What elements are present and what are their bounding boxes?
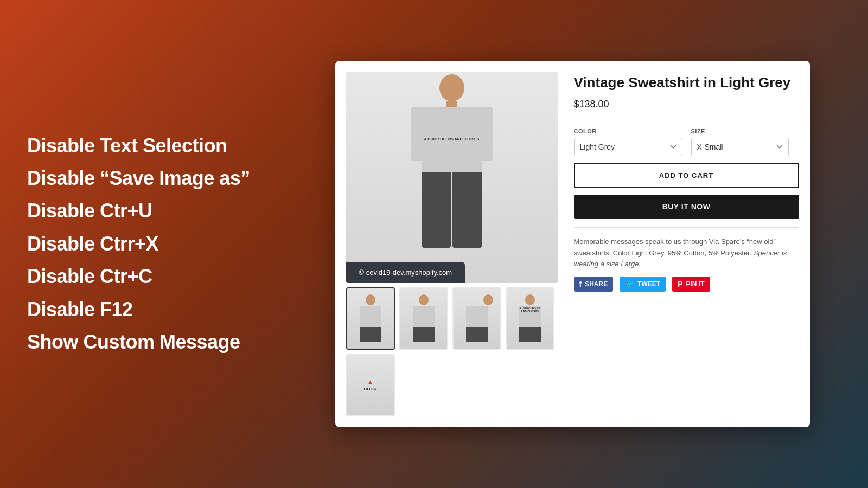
share-pinterest-button[interactable]: P PIN IT xyxy=(672,277,710,292)
divider-1 xyxy=(574,119,799,119)
figure-head xyxy=(439,74,464,101)
th-body-1 xyxy=(360,306,381,327)
color-label: COLOR xyxy=(574,128,682,134)
share-twitter-label: TWEET xyxy=(637,280,660,288)
social-share: f SHARE 🐦 TWEET P PIN IT xyxy=(574,277,799,292)
share-twitter-button[interactable]: 🐦 TWEET xyxy=(620,277,666,292)
thumbnail-row-2: ▲DOOR xyxy=(346,354,558,416)
copyright-overlay: © covid19-dev.myshopify.com xyxy=(346,262,465,283)
th-head-1 xyxy=(366,294,375,305)
main-image-inner: A DOOR OPENS AND CLOSES xyxy=(346,72,558,283)
thumb-fig-1 xyxy=(354,294,387,343)
th-pants-4 xyxy=(519,327,541,342)
thumb-3-inner xyxy=(454,288,500,349)
product-figure: A DOOR OPENS AND CLOSES xyxy=(403,74,501,280)
add-to-cart-button[interactable]: ADD TO CART xyxy=(574,163,799,188)
share-pinterest-label: PIN IT xyxy=(686,280,705,288)
feature-item: Disable Ctr+C xyxy=(27,263,255,290)
product-page: A DOOR OPENS AND CLOSES xyxy=(335,61,810,427)
thumb-1-inner xyxy=(347,288,394,349)
size-select[interactable]: X-SmallSmallMediumLargeX-Large xyxy=(691,138,789,156)
figure-pants xyxy=(422,172,482,248)
feature-item: Disable Ctr+U xyxy=(27,197,255,224)
pinterest-icon: P xyxy=(678,280,682,288)
thumbnail-3[interactable] xyxy=(452,287,501,350)
th-pants-3 xyxy=(466,327,488,342)
product-price: $138.00 xyxy=(574,99,799,110)
th-head-3 xyxy=(483,294,493,305)
product-info-col: Vintage Sweatshirt in Light Grey $138.00… xyxy=(574,72,799,416)
feature-item: Show Custom Message xyxy=(27,329,255,356)
product-images-col: A DOOR OPENS AND CLOSES xyxy=(346,72,558,416)
th-body-2 xyxy=(413,306,435,327)
size-label: SIZE xyxy=(691,128,789,134)
thumbnail-5[interactable]: ▲DOOR xyxy=(346,354,395,416)
figure-pant-right xyxy=(452,172,482,248)
feature-item: Disable Text Selection xyxy=(27,132,255,159)
description-text: Memorable messages speak to us through V… xyxy=(574,237,776,257)
thumb-fig-4: A DOOR OPENS AND CLOSES xyxy=(514,294,546,343)
thumbnail-row-1: A DOOR OPENS AND CLOSES xyxy=(346,287,558,350)
feature-item: Disable F12 xyxy=(27,296,255,323)
thumbnail-4[interactable]: A DOOR OPENS AND CLOSES xyxy=(506,287,554,350)
figure-pant-left xyxy=(422,172,451,248)
th-head-2 xyxy=(419,294,429,305)
thumbnail-1[interactable] xyxy=(346,287,395,350)
figure-upper: A DOOR OPENS AND CLOSES xyxy=(411,107,493,172)
copyright-text: © covid19-dev.myshopify.com xyxy=(359,268,452,277)
thumb-5-inner: ▲DOOR xyxy=(347,355,394,415)
browser-window: A DOOR OPENS AND CLOSES xyxy=(335,61,810,427)
th-text-4: A DOOR OPENS AND CLOSES xyxy=(519,306,541,313)
th-body-4: A DOOR OPENS AND CLOSES xyxy=(519,306,541,327)
share-facebook-label: SHARE xyxy=(585,280,608,288)
shirt-text: A DOOR OPENS AND CLOSES xyxy=(424,137,480,142)
thumb-4-inner: A DOOR OPENS AND CLOSES xyxy=(507,288,553,349)
buy-now-button[interactable]: BUY IT NOW xyxy=(574,195,799,219)
twitter-icon: 🐦 xyxy=(625,280,634,288)
th-pants-1 xyxy=(360,327,381,342)
th-body-3 xyxy=(466,306,488,327)
options-row: COLOR Light GreyDark GreyNavyBlack SIZE … xyxy=(574,128,799,156)
thumb-fig-2 xyxy=(407,294,440,343)
thumbnail-2[interactable] xyxy=(399,287,448,350)
thumb-2-inner xyxy=(400,288,447,349)
product-title: Vintage Sweatshirt in Light Grey xyxy=(574,74,799,92)
thumb-fig-3 xyxy=(461,294,493,343)
facebook-icon: f xyxy=(579,280,582,288)
right-panel: A DOOR OPENS AND CLOSES xyxy=(282,0,868,488)
th-head-4 xyxy=(525,294,535,305)
color-option-group: COLOR Light GreyDark GreyNavyBlack xyxy=(574,128,682,156)
product-description: Memorable messages speak to us through V… xyxy=(574,236,799,270)
size-option-group: SIZE X-SmallSmallMediumLargeX-Large xyxy=(691,128,789,156)
feature-item: Disable “Save Image as” xyxy=(27,165,255,192)
color-select[interactable]: Light GreyDark GreyNavyBlack xyxy=(574,138,682,156)
figure-shirt: A DOOR OPENS AND CLOSES xyxy=(422,107,482,172)
left-panel: Disable Text SelectionDisable “Save Imag… xyxy=(0,0,282,488)
figure-neck xyxy=(446,101,457,107)
product-main: A DOOR OPENS AND CLOSES xyxy=(346,72,799,416)
share-facebook-button[interactable]: f SHARE xyxy=(574,277,614,292)
feature-item: Disable Ctrr+X xyxy=(27,230,255,258)
divider-2 xyxy=(574,227,799,228)
main-product-image: A DOOR OPENS AND CLOSES xyxy=(346,72,558,283)
th-pants-2 xyxy=(413,327,435,342)
thumb-text-5: ▲DOOR xyxy=(364,378,377,393)
